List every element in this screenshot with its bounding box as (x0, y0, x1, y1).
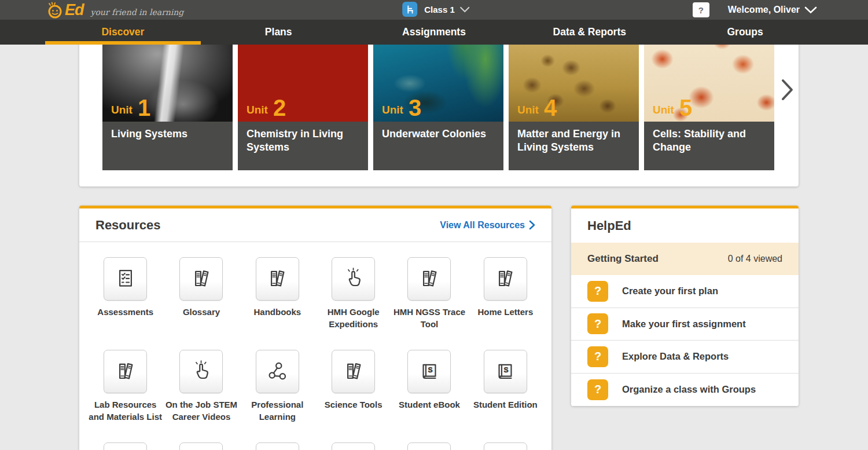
unit-card-1[interactable]: Unit1Living Systems (102, 35, 233, 170)
resource-tile[interactable] (484, 442, 527, 450)
resource-tile[interactable] (256, 350, 299, 393)
question-icon: ? (587, 281, 608, 302)
resource-label: Assessments (97, 306, 153, 318)
resource-tile[interactable] (332, 350, 375, 393)
help-item-create-your-first-plan[interactable]: ?Create your first plan (571, 275, 799, 308)
resource-label: Student Edition (473, 398, 538, 411)
resource-professional-learning[interactable]: Professional Learning (240, 350, 315, 442)
resource-item-partial[interactable] (87, 442, 163, 450)
view-all-resources-label: View All Resources (440, 220, 525, 231)
helped-panel: HelpEd Getting Started 0 of 4 viewed ?Cr… (571, 206, 799, 406)
resource-tile[interactable] (407, 257, 451, 301)
resource-tile[interactable]: S (484, 350, 527, 393)
class-selector[interactable]: Class 1 (402, 2, 470, 17)
unit-title: Chemistry in Living Systems (238, 122, 368, 170)
resource-hmh-ngss-trace-tool[interactable]: HMH NGSS Trace Tool (391, 257, 467, 350)
help-button[interactable]: ? (693, 2, 709, 17)
binders-icon (492, 266, 518, 292)
resource-tile[interactable]: S (407, 350, 451, 393)
underwater-image: Unit3 (373, 35, 503, 122)
question-icon: ? (587, 346, 608, 367)
unit-title: Underwater Colonies (373, 122, 503, 170)
checklist-icon (113, 266, 138, 292)
resource-label: HMH Google Expeditions (317, 306, 391, 330)
resource-tile[interactable] (256, 442, 299, 450)
tab-assignments[interactable]: Assignments (356, 20, 512, 45)
unit-card-4[interactable]: Unit4Matter and Energy in Living Systems (509, 35, 639, 170)
class-selector-label: Class 1 (424, 5, 455, 14)
tab-discover[interactable]: Discover (45, 20, 201, 45)
viewed-count-status: 0 of 4 viewed (728, 254, 782, 264)
unit-card-3[interactable]: Unit3Underwater Colonies (373, 35, 503, 170)
active-tab-underline (45, 41, 201, 45)
molecule-icon (264, 359, 290, 385)
resource-tile[interactable] (484, 257, 527, 301)
units-carousel-panel: Unit1Living SystemsUnit2Chemistry in Liv… (79, 23, 799, 186)
ed-logo[interactable]: Ed your friend in learning (46, 1, 183, 19)
unit-card-2[interactable]: Unit2Chemistry in Living Systems (238, 35, 368, 170)
resource-tile[interactable] (179, 442, 223, 450)
binders-icon (341, 359, 366, 385)
getting-started-row[interactable]: Getting Started 0 of 4 viewed (571, 243, 799, 275)
tab-groups[interactable]: Groups (667, 20, 823, 45)
help-item-label: Make your first assignment (622, 319, 746, 330)
resource-science-tools[interactable]: Science Tools (315, 350, 391, 442)
question-icon: ? (587, 313, 608, 334)
resource-item-partial[interactable] (391, 442, 467, 450)
chevron-right-icon (778, 77, 796, 103)
tab-plans[interactable]: Plans (201, 20, 356, 45)
resource-glossary[interactable]: Glossary (163, 257, 239, 350)
resource-handbooks[interactable]: Handbooks (240, 257, 315, 350)
binders-icon (417, 266, 442, 292)
help-item-label: Create your first plan (622, 286, 718, 297)
resource-assessments[interactable]: Assessments (87, 257, 163, 350)
book-s-icon: S (492, 359, 518, 385)
resource-on-the-job-stem-career-videos[interactable]: On the Job STEM Career Videos (163, 350, 239, 442)
class-chair-icon (402, 2, 417, 17)
resource-tile[interactable] (179, 257, 223, 301)
resource-tile[interactable] (332, 442, 375, 450)
carousel-next-button[interactable] (778, 71, 796, 108)
resource-tile[interactable] (104, 257, 147, 301)
resource-tile[interactable] (332, 257, 375, 301)
resource-hmh-google-expeditions[interactable]: HMH Google Expeditions (315, 257, 391, 350)
resource-label: Professional Learning (240, 398, 314, 423)
resource-label: Handbooks (253, 306, 301, 318)
unit-card-5[interactable]: Unit5Cells: Stability and Change (644, 35, 774, 170)
unit-number-label: Unit5 (653, 96, 692, 119)
resource-lab-resources-and-materials-list[interactable]: Lab Resources and Materials List (87, 350, 163, 442)
help-item-organize-a-class-with-groups[interactable]: ?Organize a class with Groups (571, 374, 799, 407)
resource-tile[interactable] (407, 442, 451, 450)
chevron-down-icon[interactable] (804, 6, 817, 14)
help-item-explore-data-reports[interactable]: ?Explore Data & Reports (571, 341, 799, 374)
ed-smiley-icon (46, 2, 64, 19)
strawberries-image: Unit2 (238, 35, 368, 122)
resource-item-partial[interactable] (468, 442, 543, 450)
chevron-down-icon (459, 6, 470, 13)
resource-tile[interactable] (179, 350, 223, 393)
welcome-user-menu[interactable]: Welcome, Oliver (728, 5, 800, 15)
resource-item-partial[interactable] (163, 442, 239, 450)
resource-tile[interactable] (256, 257, 299, 301)
top-app-bar: Ed your friend in learning Class 1 ? Wel… (0, 0, 868, 20)
resource-item-partial[interactable] (315, 442, 391, 450)
chevron-right-icon (529, 220, 535, 230)
book-s-icon: S (417, 359, 442, 385)
resource-home-letters[interactable]: Home Letters (468, 257, 543, 350)
resource-label: Home Letters (477, 306, 533, 318)
svg-text:S: S (428, 365, 433, 374)
help-item-make-your-first-assignment[interactable]: ?Make your first assignment (571, 308, 799, 341)
resource-tile[interactable] (104, 442, 147, 450)
hand-click-icon (189, 359, 214, 385)
tab-data-reports[interactable]: Data & Reports (512, 20, 667, 45)
help-item-label: Organize a class with Groups (622, 384, 756, 395)
resource-label: Science Tools (325, 398, 382, 411)
resource-student-edition[interactable]: S Student Edition (468, 350, 543, 442)
resource-tile[interactable] (104, 350, 147, 393)
view-all-resources-link[interactable]: View All Resources (440, 220, 535, 231)
resource-label: Student eBook (399, 398, 460, 411)
resource-student-ebook[interactable]: S Student eBook (391, 350, 467, 442)
resource-item-partial[interactable] (240, 442, 315, 450)
brand-tagline: your friend in learning (91, 8, 184, 17)
hand-click-icon (341, 266, 366, 292)
